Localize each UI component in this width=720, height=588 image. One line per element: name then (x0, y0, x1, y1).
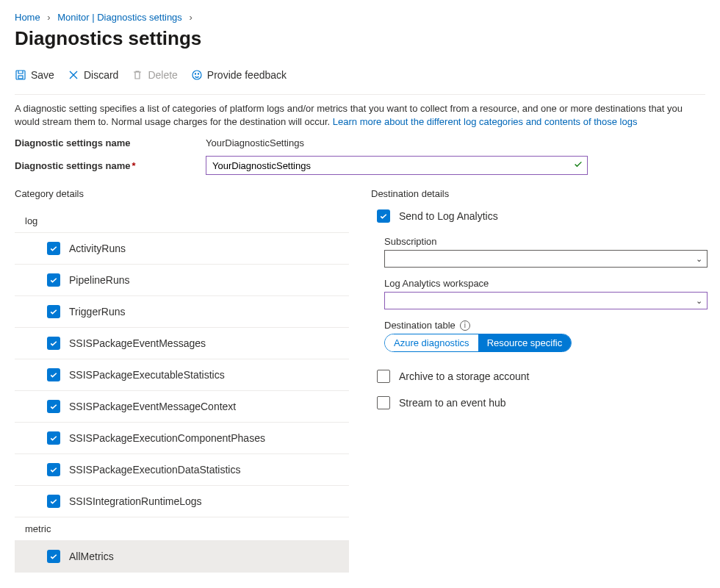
feedback-button[interactable]: Provide feedback (191, 69, 287, 81)
log-category-row: SSISIntegrationRuntimeLogs (15, 486, 349, 517)
log-category-row: SSISPackageEventMessages (15, 328, 349, 359)
feedback-label: Provide feedback (207, 69, 287, 81)
log-category-checkbox[interactable] (47, 431, 60, 445)
breadcrumb: Home › Monitor | Diagnostics settings › (15, 12, 705, 23)
log-category-checkbox[interactable] (47, 242, 60, 255)
send-to-la-row: Send to Log Analytics (377, 209, 705, 223)
dest-table-azure-option[interactable]: Azure diagnostics (385, 334, 478, 351)
subscription-select[interactable]: ⌄ (384, 250, 708, 268)
destination-details-col: Destination details Send to Log Analytic… (371, 188, 705, 573)
svg-rect-0 (16, 71, 25, 79)
breadcrumb-home[interactable]: Home (15, 12, 40, 23)
subscription-field: Subscription ⌄ (384, 236, 705, 268)
delete-button: Delete (132, 69, 177, 81)
log-category-row: TriggerRuns (15, 296, 349, 328)
log-category-checkbox[interactable] (47, 273, 60, 287)
stream-checkbox[interactable] (377, 396, 390, 409)
metric-category-checkbox[interactable] (47, 550, 60, 563)
log-category-checkbox[interactable] (47, 305, 60, 318)
svg-rect-1 (18, 76, 23, 79)
dest-table-label: Destination table i (384, 320, 705, 331)
chevron-down-icon: ⌄ (696, 254, 702, 264)
diagnostic-name-label: Diagnostic settings name (15, 137, 206, 148)
log-category-label: SSISIntegrationRuntimeLogs (69, 495, 202, 507)
chevron-right-icon: › (47, 12, 50, 23)
divider (15, 94, 705, 95)
send-to-la-label: Send to Log Analytics (399, 210, 498, 222)
trash-icon (132, 69, 143, 81)
chevron-down-icon: ⌄ (696, 296, 702, 306)
log-category-checkbox[interactable] (47, 400, 60, 413)
log-category-label: PipelineRuns (69, 274, 130, 286)
log-category-label: ActivityRuns (69, 243, 126, 254)
content-columns: Category details log ActivityRunsPipelin… (15, 188, 705, 573)
log-category-row: SSISPackageEventMessageContext (15, 391, 349, 423)
workspace-select[interactable]: ⌄ (384, 292, 708, 309)
log-category-label: SSISPackageExecutionDataStatistics (69, 464, 240, 476)
log-subheading: log (15, 209, 349, 233)
chevron-right-icon: › (189, 12, 192, 23)
archive-checkbox[interactable] (377, 370, 390, 383)
log-category-checkbox[interactable] (47, 337, 60, 350)
log-category-row: SSISPackageExecutableStatistics (15, 359, 349, 391)
log-category-checkbox[interactable] (47, 368, 60, 381)
metric-category-label: AllMetrics (69, 551, 114, 562)
category-details-col: Category details log ActivityRunsPipelin… (15, 188, 349, 573)
diagnostic-name-input[interactable] (206, 156, 588, 175)
diagnostic-name-input-label: Diagnostic settings name* (15, 160, 206, 171)
log-category-checkbox[interactable] (47, 463, 60, 476)
breadcrumb-monitor[interactable]: Monitor | Diagnostics settings (57, 12, 182, 23)
send-to-la-section: Send to Log Analytics Subscription ⌄ Log… (371, 209, 705, 352)
metric-category-row: AllMetrics (15, 541, 349, 573)
log-category-label: SSISPackageExecutableStatistics (69, 369, 225, 381)
diagnostic-name-value: YourDiagnosticSettings (206, 137, 304, 148)
save-label: Save (31, 69, 54, 81)
info-icon[interactable]: i (460, 320, 470, 331)
delete-label: Delete (148, 69, 177, 81)
archive-row: Archive to a storage account (371, 370, 705, 383)
description: A diagnostic setting specifies a list of… (15, 102, 691, 129)
stream-row: Stream to an event hub (371, 396, 705, 409)
smiley-icon (191, 69, 203, 81)
log-category-label: SSISPackageEventMessageContext (69, 401, 236, 412)
subscription-label: Subscription (384, 236, 705, 247)
diagnostic-name-readonly-row: Diagnostic settings name YourDiagnosticS… (15, 137, 705, 148)
discard-label: Discard (84, 69, 118, 81)
svg-point-4 (198, 74, 198, 74)
log-category-label: SSISPackageEventMessages (69, 337, 206, 349)
destination-details-heading: Destination details (371, 188, 705, 199)
metric-subheading: metric (15, 517, 349, 541)
required-indicator: * (132, 160, 135, 171)
svg-point-2 (192, 71, 201, 79)
workspace-field: Log Analytics workspace ⌄ (384, 278, 705, 309)
archive-label: Archive to a storage account (399, 370, 529, 382)
page-title: Diagnostics settings (15, 27, 705, 50)
log-category-row: SSISPackageExecutionDataStatistics (15, 454, 349, 486)
diagnostic-name-input-row: Diagnostic settings name* (15, 156, 705, 175)
stream-label: Stream to an event hub (399, 397, 506, 409)
dest-table-field: Destination table i Azure diagnostics Re… (384, 320, 705, 352)
workspace-label: Log Analytics workspace (384, 278, 705, 289)
send-to-la-checkbox[interactable] (377, 209, 390, 223)
log-category-row: PipelineRuns (15, 265, 349, 296)
category-details-heading: Category details (15, 188, 349, 199)
dest-table-toggle[interactable]: Azure diagnostics Resource specific (384, 334, 572, 352)
dest-table-resource-option[interactable]: Resource specific (478, 334, 572, 351)
save-icon (15, 69, 26, 81)
svg-point-3 (195, 74, 195, 74)
log-category-label: TriggerRuns (69, 306, 126, 318)
log-category-row: ActivityRuns (15, 233, 349, 265)
toolbar: Save Discard Delete Provide feedback (15, 63, 705, 88)
save-button[interactable]: Save (15, 69, 54, 81)
learn-more-link[interactable]: Learn more about the different log categ… (333, 116, 638, 127)
close-icon (68, 69, 79, 81)
log-category-checkbox[interactable] (47, 495, 60, 508)
log-category-label: SSISPackageExecutionComponentPhases (69, 432, 265, 444)
discard-button[interactable]: Discard (68, 69, 118, 81)
log-category-row: SSISPackageExecutionComponentPhases (15, 423, 349, 454)
